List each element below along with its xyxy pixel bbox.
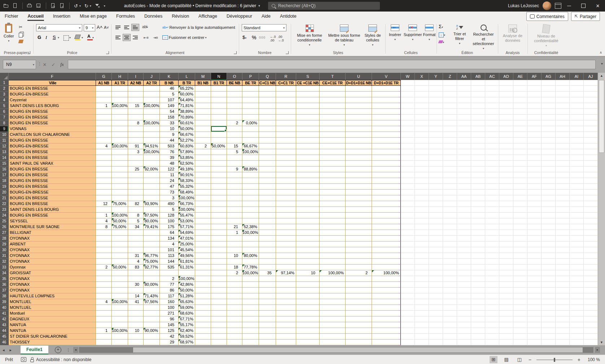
normal-view-icon[interactable]: ⊞ — [490, 356, 497, 363]
cell-F32[interactable]: OYONNAX — [9, 259, 96, 265]
cell-AA43[interactable] — [457, 322, 471, 328]
cell-AA36[interactable] — [457, 282, 471, 288]
vertical-scroll-thumb[interactable] — [599, 80, 604, 153]
cell-F25[interactable]: SEYSSEL — [9, 218, 96, 224]
font-name-select[interactable]: Arial▾ — [36, 24, 82, 31]
cell-H41[interactable] — [112, 311, 128, 316]
cell-AE39[interactable] — [513, 299, 527, 305]
cell-AA37[interactable] — [457, 288, 471, 293]
clear-filter-icon[interactable]: ✕ — [95, 3, 100, 9]
cell-N44[interactable] — [211, 328, 227, 334]
cell-AD40[interactable] — [499, 305, 513, 311]
cell-AG2[interactable] — [542, 86, 556, 92]
cell-AJ32[interactable] — [584, 259, 598, 265]
cell-P17[interactable] — [242, 172, 259, 178]
cell-S37[interactable] — [296, 288, 320, 293]
cell-Y39[interactable] — [429, 299, 443, 305]
cell-W10[interactable] — [401, 132, 415, 138]
cell-X29[interactable] — [415, 241, 429, 247]
cell-U16[interactable] — [346, 167, 372, 172]
cell-R32[interactable] — [276, 259, 296, 265]
cell-AI16[interactable] — [570, 167, 584, 172]
row-header-10[interactable]: 10 — [0, 132, 9, 138]
zoom-in-icon[interactable]: + — [578, 357, 580, 363]
cell-Y17[interactable] — [429, 172, 443, 178]
row-header-41[interactable]: 41 — [0, 311, 9, 316]
cell-U21[interactable] — [346, 195, 372, 201]
cell-O41[interactable] — [227, 311, 242, 316]
cell-M11[interactable] — [195, 138, 211, 143]
cell-AB38[interactable] — [471, 293, 485, 299]
column-header-AB[interactable]: AB — [471, 73, 485, 80]
cell-X31[interactable] — [415, 253, 429, 259]
cell-X22[interactable] — [415, 201, 429, 207]
cell-AG26[interactable] — [542, 224, 556, 230]
cell-O4[interactable] — [227, 97, 242, 103]
cell-G29[interactable] — [96, 241, 112, 247]
cell-O2[interactable] — [227, 86, 242, 92]
cell-T43[interactable] — [320, 322, 346, 328]
cell-T37[interactable] — [320, 288, 346, 293]
cell-N41[interactable] — [211, 311, 227, 316]
cell-P45[interactable] — [242, 334, 259, 339]
cell-O43[interactable] — [227, 322, 242, 328]
cell-P1[interactable]: BE TR — [242, 80, 259, 86]
cell-K25[interactable]: 100 — [160, 218, 179, 224]
cell-AF24[interactable] — [527, 213, 542, 218]
cell-Q45[interactable] — [259, 334, 276, 339]
cell-R10[interactable] — [276, 132, 296, 138]
cell-K5[interactable]: 149 — [160, 103, 179, 109]
cell-H42[interactable] — [112, 316, 128, 322]
cell-P22[interactable] — [242, 201, 259, 207]
cell-V21[interactable] — [372, 195, 401, 201]
cell-X25[interactable] — [415, 218, 429, 224]
cell-U45[interactable] — [346, 334, 372, 339]
cell-O36[interactable] — [227, 282, 242, 288]
cell-U40[interactable] — [346, 305, 372, 311]
row-header-27[interactable]: 27 — [0, 230, 9, 236]
cell-M15[interactable] — [195, 161, 211, 167]
cell-N28[interactable] — [211, 236, 227, 241]
cell-Q29[interactable] — [259, 241, 276, 247]
cell-L37[interactable]: 50,00% — [179, 288, 195, 293]
cell-AF6[interactable] — [527, 109, 542, 115]
cell-S20[interactable] — [296, 190, 320, 195]
cell-AG7[interactable] — [542, 115, 556, 120]
cell-L28[interactable]: 47,01% — [179, 236, 195, 241]
cell-W29[interactable] — [401, 241, 415, 247]
qat-overflow-icon[interactable]: ▾ — [104, 4, 105, 8]
cell-AA40[interactable] — [457, 305, 471, 311]
font-color-button[interactable]: A — [87, 34, 93, 40]
format-cells-button[interactable]: Format▾ — [423, 25, 436, 42]
cell-AC42[interactable] — [485, 316, 499, 322]
cell-Q7[interactable] — [259, 115, 276, 120]
cell-L46[interactable]: 68,97% — [179, 339, 195, 345]
cell-H5[interactable]: 100,00% — [112, 103, 128, 109]
cell-Y32[interactable] — [429, 259, 443, 265]
cell-H7[interactable] — [112, 115, 128, 120]
cell-Q18[interactable] — [259, 178, 276, 184]
page-break-view-icon[interactable]: ◫ — [516, 356, 523, 363]
cell-L44[interactable]: 62,40% — [179, 328, 195, 334]
cell-P10[interactable] — [242, 132, 259, 138]
cell-P25[interactable] — [242, 218, 259, 224]
cell-AC24[interactable] — [485, 213, 499, 218]
cell-AH34[interactable] — [556, 270, 570, 276]
cell-Y34[interactable] — [429, 270, 443, 276]
cell-S30[interactable] — [296, 247, 320, 253]
cell-O12[interactable]: 15 — [227, 143, 242, 149]
cell-AE20[interactable] — [513, 190, 527, 195]
find-select-button[interactable]: Rechercher et sélectionner▾ — [471, 25, 496, 51]
cell-M43[interactable] — [195, 322, 211, 328]
cell-O11[interactable] — [227, 138, 242, 143]
cell-I29[interactable] — [128, 241, 144, 247]
cell-N46[interactable] — [211, 339, 227, 345]
cell-Z15[interactable] — [443, 161, 457, 167]
cell-AF10[interactable] — [527, 132, 542, 138]
cell-O22[interactable] — [227, 201, 242, 207]
cell-Q36[interactable] — [259, 282, 276, 288]
cell-AI32[interactable] — [570, 259, 584, 265]
cell-AF28[interactable] — [527, 236, 542, 241]
cell-P27[interactable]: 100,00% — [242, 230, 259, 236]
cell-G19[interactable] — [96, 184, 112, 190]
